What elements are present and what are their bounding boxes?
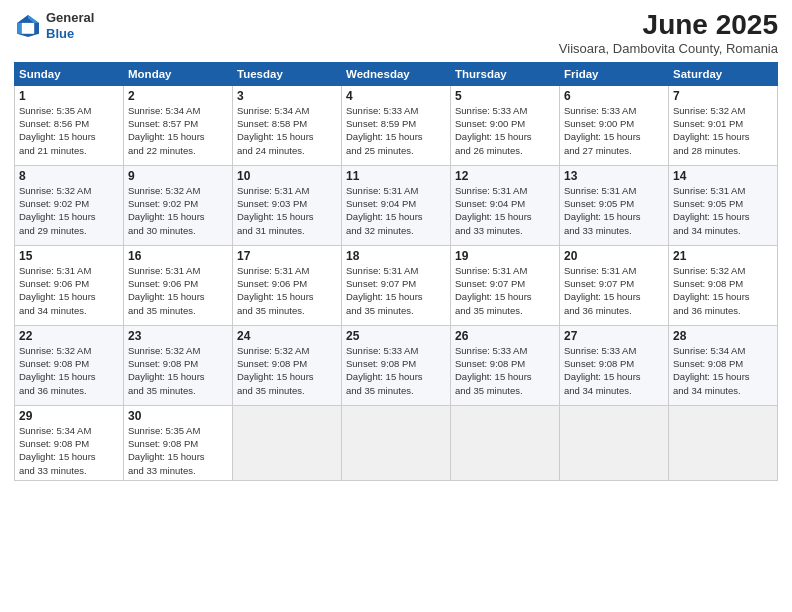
day-info: Sunrise: 5:31 AM Sunset: 9:06 PM Dayligh… <box>237 264 337 317</box>
day-number: 2 <box>128 89 228 103</box>
day-info: Sunrise: 5:35 AM Sunset: 9:08 PM Dayligh… <box>128 424 228 477</box>
calendar-cell: 13Sunrise: 5:31 AM Sunset: 9:05 PM Dayli… <box>560 165 669 245</box>
day-number: 26 <box>455 329 555 343</box>
day-number: 16 <box>128 249 228 263</box>
calendar-cell: 7Sunrise: 5:32 AM Sunset: 9:01 PM Daylig… <box>669 85 778 165</box>
day-info: Sunrise: 5:32 AM Sunset: 9:08 PM Dayligh… <box>19 344 119 397</box>
calendar-cell: 20Sunrise: 5:31 AM Sunset: 9:07 PM Dayli… <box>560 245 669 325</box>
day-number: 13 <box>564 169 664 183</box>
day-number: 24 <box>237 329 337 343</box>
calendar-cell: 4Sunrise: 5:33 AM Sunset: 8:59 PM Daylig… <box>342 85 451 165</box>
day-number: 4 <box>346 89 446 103</box>
header-tuesday: Tuesday <box>233 62 342 85</box>
svg-marker-3 <box>17 22 22 33</box>
calendar-cell: 30Sunrise: 5:35 AM Sunset: 9:08 PM Dayli… <box>124 405 233 480</box>
week-row-1: 1Sunrise: 5:35 AM Sunset: 8:56 PM Daylig… <box>15 85 778 165</box>
day-number: 22 <box>19 329 119 343</box>
week-row-4: 22Sunrise: 5:32 AM Sunset: 9:08 PM Dayli… <box>15 325 778 405</box>
calendar-cell: 18Sunrise: 5:31 AM Sunset: 9:07 PM Dayli… <box>342 245 451 325</box>
day-info: Sunrise: 5:34 AM Sunset: 8:58 PM Dayligh… <box>237 104 337 157</box>
calendar-cell: 23Sunrise: 5:32 AM Sunset: 9:08 PM Dayli… <box>124 325 233 405</box>
header-wednesday: Wednesday <box>342 62 451 85</box>
header-thursday: Thursday <box>451 62 560 85</box>
logo-text: General Blue <box>46 10 94 41</box>
calendar-cell: 25Sunrise: 5:33 AM Sunset: 9:08 PM Dayli… <box>342 325 451 405</box>
logo-blue: Blue <box>46 26 74 41</box>
day-number: 7 <box>673 89 773 103</box>
day-info: Sunrise: 5:31 AM Sunset: 9:07 PM Dayligh… <box>564 264 664 317</box>
calendar-cell <box>451 405 560 480</box>
calendar-cell: 17Sunrise: 5:31 AM Sunset: 9:06 PM Dayli… <box>233 245 342 325</box>
week-row-2: 8Sunrise: 5:32 AM Sunset: 9:02 PM Daylig… <box>15 165 778 245</box>
week-row-5: 29Sunrise: 5:34 AM Sunset: 9:08 PM Dayli… <box>15 405 778 480</box>
month-title: June 2025 <box>559 10 778 41</box>
header-sunday: Sunday <box>15 62 124 85</box>
day-info: Sunrise: 5:32 AM Sunset: 9:02 PM Dayligh… <box>19 184 119 237</box>
day-info: Sunrise: 5:32 AM Sunset: 9:08 PM Dayligh… <box>673 264 773 317</box>
calendar-cell: 1Sunrise: 5:35 AM Sunset: 8:56 PM Daylig… <box>15 85 124 165</box>
logo: General Blue <box>14 10 94 41</box>
svg-marker-2 <box>34 22 39 33</box>
day-number: 21 <box>673 249 773 263</box>
calendar-cell <box>669 405 778 480</box>
day-info: Sunrise: 5:34 AM Sunset: 8:57 PM Dayligh… <box>128 104 228 157</box>
day-number: 19 <box>455 249 555 263</box>
location: Viisoara, Dambovita County, Romania <box>559 41 778 56</box>
svg-rect-4 <box>22 22 34 33</box>
day-number: 25 <box>346 329 446 343</box>
day-info: Sunrise: 5:31 AM Sunset: 9:05 PM Dayligh… <box>564 184 664 237</box>
day-info: Sunrise: 5:33 AM Sunset: 9:08 PM Dayligh… <box>455 344 555 397</box>
calendar-cell: 24Sunrise: 5:32 AM Sunset: 9:08 PM Dayli… <box>233 325 342 405</box>
day-info: Sunrise: 5:31 AM Sunset: 9:03 PM Dayligh… <box>237 184 337 237</box>
day-info: Sunrise: 5:33 AM Sunset: 8:59 PM Dayligh… <box>346 104 446 157</box>
page: General Blue June 2025 Viisoara, Dambovi… <box>0 0 792 612</box>
day-info: Sunrise: 5:34 AM Sunset: 9:08 PM Dayligh… <box>19 424 119 477</box>
day-number: 3 <box>237 89 337 103</box>
day-info: Sunrise: 5:31 AM Sunset: 9:06 PM Dayligh… <box>128 264 228 317</box>
day-info: Sunrise: 5:33 AM Sunset: 9:00 PM Dayligh… <box>455 104 555 157</box>
calendar-header-row: SundayMondayTuesdayWednesdayThursdayFrid… <box>15 62 778 85</box>
header: General Blue June 2025 Viisoara, Dambovi… <box>14 10 778 56</box>
day-number: 14 <box>673 169 773 183</box>
day-number: 20 <box>564 249 664 263</box>
calendar-cell: 21Sunrise: 5:32 AM Sunset: 9:08 PM Dayli… <box>669 245 778 325</box>
calendar-cell: 11Sunrise: 5:31 AM Sunset: 9:04 PM Dayli… <box>342 165 451 245</box>
week-row-3: 15Sunrise: 5:31 AM Sunset: 9:06 PM Dayli… <box>15 245 778 325</box>
day-number: 28 <box>673 329 773 343</box>
day-number: 18 <box>346 249 446 263</box>
calendar-cell: 26Sunrise: 5:33 AM Sunset: 9:08 PM Dayli… <box>451 325 560 405</box>
calendar-cell: 10Sunrise: 5:31 AM Sunset: 9:03 PM Dayli… <box>233 165 342 245</box>
calendar-cell: 29Sunrise: 5:34 AM Sunset: 9:08 PM Dayli… <box>15 405 124 480</box>
day-info: Sunrise: 5:31 AM Sunset: 9:06 PM Dayligh… <box>19 264 119 317</box>
day-number: 30 <box>128 409 228 423</box>
day-info: Sunrise: 5:31 AM Sunset: 9:07 PM Dayligh… <box>455 264 555 317</box>
calendar-cell: 6Sunrise: 5:33 AM Sunset: 9:00 PM Daylig… <box>560 85 669 165</box>
day-number: 11 <box>346 169 446 183</box>
day-info: Sunrise: 5:34 AM Sunset: 9:08 PM Dayligh… <box>673 344 773 397</box>
day-number: 10 <box>237 169 337 183</box>
day-number: 17 <box>237 249 337 263</box>
header-monday: Monday <box>124 62 233 85</box>
header-saturday: Saturday <box>669 62 778 85</box>
calendar-cell <box>342 405 451 480</box>
day-number: 12 <box>455 169 555 183</box>
title-section: June 2025 Viisoara, Dambovita County, Ro… <box>559 10 778 56</box>
day-info: Sunrise: 5:33 AM Sunset: 9:08 PM Dayligh… <box>564 344 664 397</box>
calendar-cell: 2Sunrise: 5:34 AM Sunset: 8:57 PM Daylig… <box>124 85 233 165</box>
day-info: Sunrise: 5:32 AM Sunset: 9:01 PM Dayligh… <box>673 104 773 157</box>
calendar-cell: 14Sunrise: 5:31 AM Sunset: 9:05 PM Dayli… <box>669 165 778 245</box>
day-info: Sunrise: 5:33 AM Sunset: 9:08 PM Dayligh… <box>346 344 446 397</box>
day-info: Sunrise: 5:31 AM Sunset: 9:04 PM Dayligh… <box>346 184 446 237</box>
calendar-cell: 16Sunrise: 5:31 AM Sunset: 9:06 PM Dayli… <box>124 245 233 325</box>
logo-icon <box>14 12 42 40</box>
day-number: 5 <box>455 89 555 103</box>
day-number: 27 <box>564 329 664 343</box>
day-number: 23 <box>128 329 228 343</box>
calendar-cell <box>233 405 342 480</box>
calendar-cell: 5Sunrise: 5:33 AM Sunset: 9:00 PM Daylig… <box>451 85 560 165</box>
day-number: 29 <box>19 409 119 423</box>
day-number: 8 <box>19 169 119 183</box>
calendar-cell: 27Sunrise: 5:33 AM Sunset: 9:08 PM Dayli… <box>560 325 669 405</box>
calendar-cell: 15Sunrise: 5:31 AM Sunset: 9:06 PM Dayli… <box>15 245 124 325</box>
logo-general: General <box>46 10 94 25</box>
